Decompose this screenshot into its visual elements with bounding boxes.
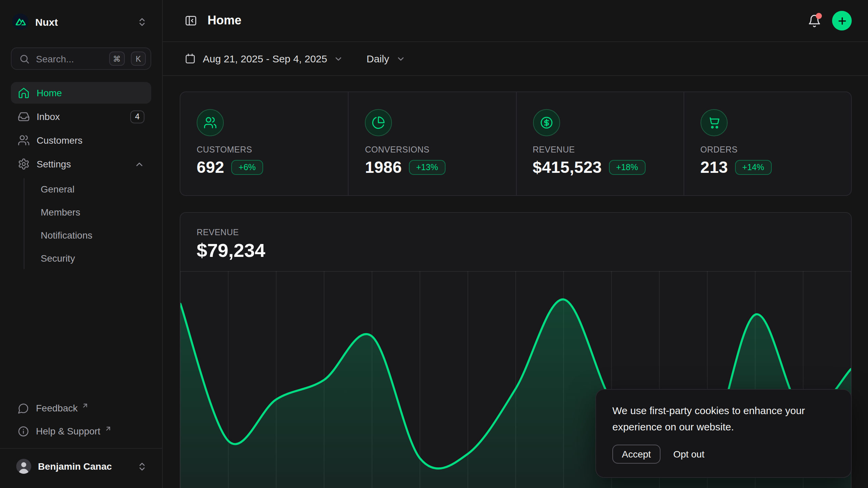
stat-delta-badge: +13% xyxy=(409,160,446,175)
home-icon xyxy=(18,87,30,99)
kbd-k: K xyxy=(131,52,146,66)
sidebar-footer-links: Feedback Help & Support xyxy=(11,398,151,448)
sidebar-item-label: General xyxy=(41,184,75,195)
gear-icon xyxy=(18,158,30,170)
page-header: Home xyxy=(163,0,868,42)
sidebar-item-security[interactable]: Security xyxy=(35,247,151,269)
avatar xyxy=(16,459,31,474)
sidebar-toggle-button[interactable] xyxy=(184,14,197,27)
users-icon xyxy=(18,134,30,146)
cookie-message: We use first-party cookies to enhance yo… xyxy=(612,402,835,436)
help-support-label: Help & Support xyxy=(36,426,100,436)
user-menu[interactable]: Benjamin Canac xyxy=(11,454,151,479)
sidebar-item-inbox[interactable]: Inbox 4 xyxy=(11,106,151,127)
stat-label: CUSTOMERS xyxy=(197,145,332,155)
add-button[interactable] xyxy=(832,11,852,30)
info-circle-icon xyxy=(18,425,29,437)
pie-chart-icon xyxy=(365,109,392,136)
user-name: Benjamin Canac xyxy=(38,461,112,472)
granularity-value: Daily xyxy=(367,53,389,64)
app-root: Nuxt ⌘ K Home Inbox 4 Customers xyxy=(0,0,868,488)
notifications-button[interactable] xyxy=(808,14,821,27)
feedback-label: Feedback xyxy=(36,403,78,413)
filter-bar: Aug 21, 2025 - Sep 4, 2025 Daily xyxy=(163,42,868,76)
notification-dot xyxy=(816,13,822,19)
chevron-down-icon xyxy=(334,54,343,63)
cookie-banner: We use first-party cookies to enhance yo… xyxy=(595,389,852,478)
shopping-cart-icon xyxy=(701,109,728,136)
dashboard-content: CUSTOMERS 692 +6% CONVERSIONS 1986 +13% xyxy=(163,76,868,488)
revenue-value: $79,234 xyxy=(197,240,835,262)
inbox-count-badge: 4 xyxy=(130,110,144,123)
stat-value: $415,523 xyxy=(533,158,602,177)
stat-customers: CUSTOMERS 692 +6% xyxy=(180,92,348,195)
sidebar-item-label: Customers xyxy=(37,135,82,146)
settings-subnav: General Members Notifications Security xyxy=(24,178,151,269)
help-support-link[interactable]: Help & Support xyxy=(11,421,151,441)
plus-icon xyxy=(836,15,847,26)
opt-out-button[interactable]: Opt out xyxy=(673,449,705,460)
date-range-value: Aug 21, 2025 - Sep 4, 2025 xyxy=(203,53,327,64)
sidebar: Nuxt ⌘ K Home Inbox 4 Customers xyxy=(0,0,163,488)
header-actions xyxy=(808,11,852,30)
sidebar-item-label: Notifications xyxy=(41,230,93,241)
chat-bubble-icon xyxy=(18,402,29,414)
accept-button[interactable]: Accept xyxy=(612,445,660,464)
sidebar-user-section: Benjamin Canac xyxy=(0,448,162,483)
arrow-up-right-icon xyxy=(104,425,112,432)
chevrons-up-down-icon xyxy=(137,461,147,471)
date-range-picker[interactable]: Aug 21, 2025 - Sep 4, 2025 xyxy=(184,53,343,64)
stat-orders: ORDERS 213 +14% xyxy=(684,92,851,195)
stat-label: CONVERSIONS xyxy=(365,145,500,155)
stat-label: REVENUE xyxy=(533,145,667,155)
stat-delta-badge: +14% xyxy=(735,160,772,175)
feedback-link[interactable]: Feedback xyxy=(11,398,151,418)
nuxt-logo-icon xyxy=(12,14,28,30)
search-input[interactable] xyxy=(36,53,103,64)
panel-left-icon xyxy=(184,14,197,27)
sidebar-item-settings[interactable]: Settings xyxy=(11,153,151,175)
stat-value: 213 xyxy=(701,158,728,177)
inbox-icon xyxy=(18,110,30,123)
sidebar-item-label: Settings xyxy=(37,159,71,169)
stat-revenue: REVENUE $415,523 +18% xyxy=(516,92,684,195)
stat-delta-badge: +6% xyxy=(231,160,263,175)
calendar-icon xyxy=(184,53,196,64)
arrow-up-right-icon xyxy=(82,402,89,409)
stat-delta-badge: +18% xyxy=(609,160,646,175)
sidebar-item-customers[interactable]: Customers xyxy=(11,129,151,151)
sidebar-item-home[interactable]: Home xyxy=(11,82,151,104)
sidebar-item-notifications[interactable]: Notifications xyxy=(35,224,151,246)
chevron-down-icon xyxy=(396,54,406,63)
sidebar-item-label: Members xyxy=(41,207,80,218)
workspace-name: Nuxt xyxy=(35,16,58,27)
stat-conversions: CONVERSIONS 1986 +13% xyxy=(348,92,516,195)
sidebar-item-label: Home xyxy=(37,87,62,98)
search-icon xyxy=(19,53,30,64)
sidebar-nav: Home Inbox 4 Customers Settings G xyxy=(11,82,151,269)
sidebar-item-members[interactable]: Members xyxy=(35,201,151,223)
revenue-label: REVENUE xyxy=(197,228,835,237)
chevrons-up-down-icon xyxy=(137,17,147,27)
revenue-chart-header: REVENUE $79,234 xyxy=(180,213,851,262)
stat-label: ORDERS xyxy=(701,145,835,155)
stats-card: CUSTOMERS 692 +6% CONVERSIONS 1986 +13% xyxy=(180,92,852,196)
dollar-circle-icon xyxy=(533,109,560,136)
users-icon xyxy=(197,109,224,136)
sidebar-item-label: Security xyxy=(41,253,75,264)
granularity-select[interactable]: Daily xyxy=(367,53,406,64)
search-box[interactable]: ⌘ K xyxy=(11,47,151,70)
stat-value: 692 xyxy=(197,158,224,177)
sidebar-spacer xyxy=(11,269,151,398)
page-title: Home xyxy=(208,14,241,28)
workspace-switcher[interactable]: Nuxt xyxy=(11,11,151,33)
sidebar-item-label: Inbox xyxy=(37,111,60,122)
main-area: Home Aug 21, 2025 - Sep 4, 2025 xyxy=(163,0,868,488)
kbd-cmd: ⌘ xyxy=(109,52,125,66)
stat-value: 1986 xyxy=(365,158,402,177)
cookie-actions: Accept Opt out xyxy=(612,445,835,464)
sidebar-item-general[interactable]: General xyxy=(35,178,151,200)
chevron-up-icon[interactable] xyxy=(134,159,144,169)
